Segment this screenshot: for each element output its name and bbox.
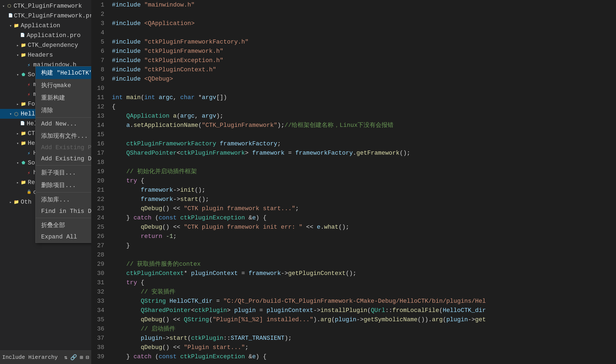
arrow-sou: ▾ <box>15 161 20 165</box>
icon-mainwindow-h: ⚡ <box>26 62 32 68</box>
icon-res: 📁 <box>20 180 27 185</box>
icon-hea: 📁 <box>20 140 27 146</box>
bottom-icon4[interactable]: ⊟ <box>86 354 89 361</box>
line-numbers: 1 2 3 4 5 6 7 8 9 10 11 12 13 14 15 16 1… <box>91 0 108 364</box>
arrow-headers: ▾ <box>15 53 20 57</box>
ctx-item-add-existing-projects: Add Existing Projects... <box>36 142 91 153</box>
icon-headers: 📁 <box>20 52 27 58</box>
label-app-pro: Application.pro <box>27 32 81 39</box>
ctx-item-delete-project[interactable]: 删除项目... <box>36 179 91 191</box>
arrow-hea: ▾ <box>15 141 20 146</box>
label-application: Application <box>21 22 60 29</box>
icon-mainwindow-cpp: ⚡ <box>26 91 32 97</box>
ctx-item-find-in-dir[interactable]: Find in This Directory... <box>36 206 91 217</box>
arrow-oth: ▸ <box>8 200 13 204</box>
icon-h-sub: ⚡ <box>26 150 32 156</box>
ctx-item-rebuild[interactable]: 重新构建 <box>36 91 91 104</box>
ctx-item-add-new[interactable]: Add New... <box>36 118 91 130</box>
icon-s-sub: ⚡ <box>26 170 32 175</box>
sidebar: ▾ ⬡ CTK_PluginFramework 📄 CTK_PluginFram… <box>0 0 91 364</box>
tree-item-ctk-pro[interactable]: 📄 CTK_PluginFramework.pro <box>0 11 91 21</box>
icon-ctk2: 📁 <box>20 131 27 136</box>
ctx-sep-1 <box>36 117 91 118</box>
ctx-sep-2 <box>36 165 91 166</box>
code-area[interactable]: #include "mainwindow.h" #include <QAppli… <box>108 0 616 364</box>
icon-ctk-dep: 📁 <box>20 42 27 48</box>
tree-item-ctk-root[interactable]: ▾ ⬡ CTK_PluginFramework <box>0 1 91 11</box>
icon-ctk-pro: 📄 <box>8 13 13 19</box>
arrow-res: ▸ <box>15 180 20 185</box>
arrow-helloctk: ▾ <box>8 112 13 116</box>
sidebar-bottom-bar: Include Hierarchy ⇅ 🔗 ⊞ ⊟ <box>0 350 91 364</box>
arrow-sources: ▾ <box>15 72 20 77</box>
context-menu: 构建 "HelloCTK" 执行qmake 重新构建 清除 Add New...… <box>35 66 91 243</box>
icon-hell: 📄 <box>19 121 26 126</box>
ctx-sep-3 <box>36 192 91 192</box>
icon-main-cpp: ⚡ <box>26 82 32 87</box>
icon-forms: 📁 <box>20 101 27 107</box>
icon-helloctk: ⬡ <box>13 111 20 117</box>
tree-item-app-pro[interactable]: 📄 Application.pro <box>0 30 91 40</box>
ctx-item-collapse-all[interactable]: 折叠全部 <box>36 219 91 231</box>
arrow-forms: ▸ <box>15 102 20 106</box>
arrow-ctk-dep: ▸ <box>15 43 20 48</box>
ctx-item-add-existing-files[interactable]: 添加现有文件... <box>36 130 91 142</box>
tree-item-headers[interactable]: ▾ 📁 Headers <box>0 50 91 60</box>
bottom-icon3[interactable]: ⊞ <box>80 354 83 361</box>
label-ctk-root: CTK_PluginFramework <box>14 3 82 10</box>
label-ctk-pro: CTK_PluginFramework.pro <box>14 13 91 19</box>
ctx-item-expand-all[interactable]: Expand All <box>36 231 91 243</box>
icon-sou: ⬟ <box>20 160 27 166</box>
label-oth: Oth <box>21 199 32 206</box>
icon-c-sub: 🔒 <box>26 189 32 195</box>
icon-oth: 📁 <box>13 199 20 205</box>
ctx-item-add-existing-dir[interactable]: Add Existing Directory... <box>36 153 91 164</box>
icon-ctk-root: ⬡ <box>6 3 13 9</box>
ctx-item-qmake[interactable]: 执行qmake <box>36 79 91 91</box>
include-hierarchy-label: Include Hierarchy <box>2 354 58 360</box>
tree-item-application[interactable]: ▾ 📁 Application <box>0 21 91 30</box>
arrow-application: ▾ <box>8 23 13 28</box>
ctx-item-add-library[interactable]: 添加库... <box>36 193 91 206</box>
ctx-item-new-subproject[interactable]: 新子项目... <box>36 166 91 179</box>
icon-sources: ⬟ <box>20 72 27 77</box>
tree-item-ctk-dep[interactable]: ▸ 📁 CTK_dependency <box>0 40 91 50</box>
ctx-item-build[interactable]: 构建 "HelloCTK" <box>36 66 91 79</box>
arrow-ctk2: ▸ <box>15 131 20 136</box>
ctx-item-clean[interactable]: 清除 <box>36 104 91 117</box>
bottom-icon1[interactable]: ⇅ <box>64 354 68 361</box>
ctx-sep-4 <box>36 218 91 218</box>
label-ctk-dep: CTK_dependency <box>28 42 78 49</box>
icon-app-pro: 📄 <box>19 33 26 38</box>
code-editor: 1 2 3 4 5 6 7 8 9 10 11 12 13 14 15 16 1… <box>91 0 616 364</box>
icon-application: 📁 <box>13 23 20 28</box>
bottom-icon2[interactable]: 🔗 <box>70 354 77 361</box>
label-headers: Headers <box>28 52 53 59</box>
arrow-ctk-root: ▾ <box>1 4 6 8</box>
